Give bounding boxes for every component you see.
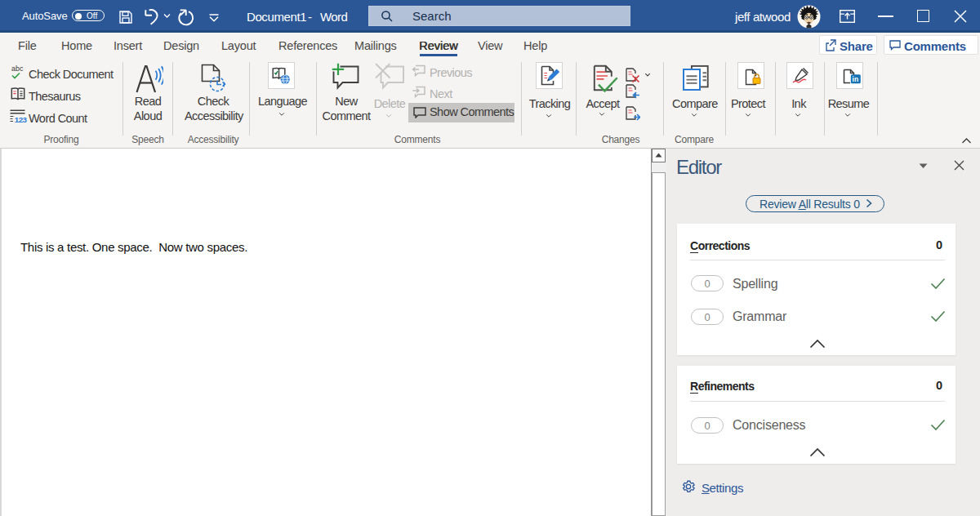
svg-text:123: 123 — [15, 115, 28, 123]
svg-text:abc: abc — [11, 64, 24, 73]
svg-text:in: in — [853, 75, 859, 83]
